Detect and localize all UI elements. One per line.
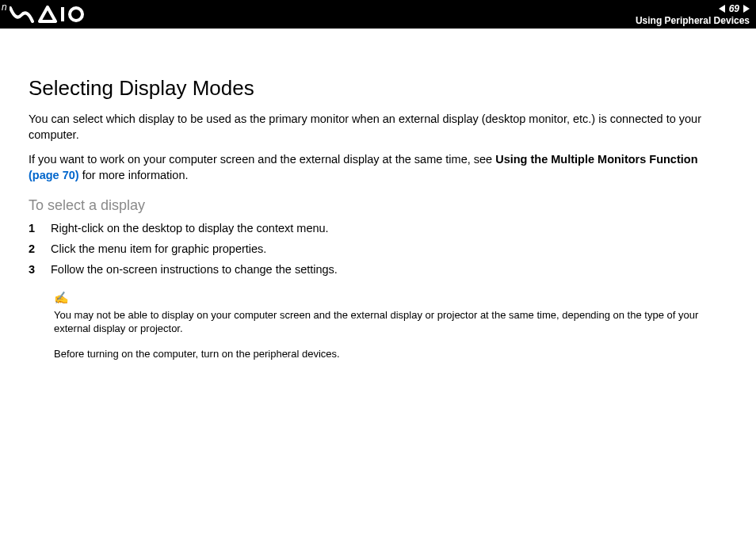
procedure-heading: To select a display bbox=[29, 197, 727, 214]
intro-paragraph-2: If you want to work on your computer scr… bbox=[29, 152, 727, 183]
steps-list: 1 Right-click on the desktop to display … bbox=[29, 222, 727, 276]
page-link[interactable]: (page 70) bbox=[29, 169, 79, 181]
section-name: Using Peripheral Devices bbox=[636, 15, 750, 26]
vaio-logo-svg bbox=[10, 6, 86, 23]
step-text: Click the menu item for graphic properti… bbox=[51, 242, 266, 255]
vaio-logo bbox=[6, 6, 86, 23]
intro-paragraph-1: You can select which display to be used … bbox=[29, 112, 727, 143]
page-content: Selecting Display Modes You can select w… bbox=[0, 29, 756, 360]
step-text: Follow the on-screen instructions to cha… bbox=[51, 263, 338, 276]
p2-text-b: for more information. bbox=[79, 169, 189, 181]
page-number: 69 bbox=[727, 3, 742, 14]
note-block: ✍ You may not be able to display on your… bbox=[54, 290, 727, 360]
page-title: Selecting Display Modes bbox=[29, 76, 727, 101]
step-item: 1 Right-click on the desktop to display … bbox=[29, 222, 727, 235]
step-item: 2 Click the menu item for graphic proper… bbox=[29, 242, 727, 255]
step-number: 3 bbox=[29, 263, 51, 276]
svg-point-1 bbox=[70, 8, 82, 21]
step-text: Right-click on the desktop to display th… bbox=[51, 222, 329, 235]
p2-bold: Using the Multiple Monitors Function bbox=[495, 153, 697, 166]
note-text-2: Before turning on the computer, turn on … bbox=[54, 347, 727, 361]
step-item: 3 Follow the on-screen instructions to c… bbox=[29, 263, 727, 276]
p2-text-a: If you want to work on your computer scr… bbox=[29, 153, 495, 166]
note-text-1: You may not be able to display on your c… bbox=[54, 308, 727, 336]
page-nav: 69 bbox=[719, 2, 750, 15]
header-right: 69 Using Peripheral Devices bbox=[636, 0, 750, 29]
step-number: 2 bbox=[29, 242, 51, 255]
header-bar: n 69 Using Peripheral Devices bbox=[0, 0, 756, 29]
step-number: 1 bbox=[29, 222, 51, 235]
next-page-icon[interactable] bbox=[743, 5, 750, 13]
n-label: n bbox=[2, 2, 7, 13]
svg-rect-0 bbox=[61, 7, 64, 21]
note-icon: ✍ bbox=[54, 290, 727, 306]
prev-page-icon[interactable] bbox=[719, 5, 725, 13]
